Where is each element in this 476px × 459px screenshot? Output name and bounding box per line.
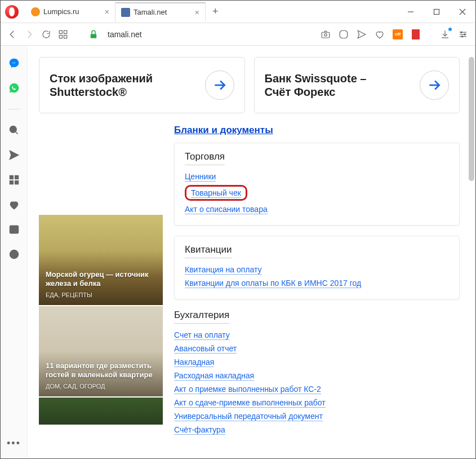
minimize-button[interactable] [398, 1, 424, 23]
panel-receipts: Квитанции Квитанция на оплату Квитанции … [174, 236, 460, 299]
svg-rect-1 [434, 9, 439, 14]
sidebar-separator [8, 109, 20, 109]
doc-link[interactable]: Счет на оплату [174, 330, 230, 340]
sidebar-more-icon[interactable]: ••• [7, 438, 21, 449]
doc-link[interactable]: Квитанции для оплаты по КБК в ИМНС 2017 … [185, 279, 361, 288]
tab-tamali[interactable]: Tamali.net × [115, 2, 206, 21]
lock-icon[interactable] [88, 29, 99, 39]
new-tab-button[interactable]: + [206, 6, 225, 17]
section-title: Бухгалтерия [174, 310, 229, 324]
svg-rect-9 [322, 32, 330, 38]
arrow-right-icon [205, 70, 234, 100]
tab-label: Tamali.net [134, 8, 167, 16]
heart-icon[interactable] [374, 29, 385, 40]
window-controls [398, 1, 475, 23]
forward-button[interactable] [24, 29, 34, 39]
ad-card-swissquote[interactable]: Банк Swissquote –Счёт Форекс [254, 57, 460, 113]
favicon-lumpics [31, 7, 40, 16]
ad-text: Сток изображенийShutterstock® [50, 72, 205, 99]
svg-point-10 [324, 33, 327, 36]
bookmarks-icon[interactable] [8, 198, 20, 211]
feed-title: Морской огурец — источник железа и белка [46, 270, 156, 289]
arrow-right-icon [420, 70, 449, 100]
svg-marker-12 [358, 30, 366, 38]
messenger-icon[interactable] [8, 57, 20, 69]
back-button[interactable] [7, 29, 17, 39]
snapshot-icon[interactable] [320, 29, 331, 40]
svg-rect-27 [10, 226, 18, 233]
extension-orange-icon[interactable]: off [392, 29, 403, 40]
section-title: Торговля [185, 151, 225, 165]
documents-column: Бланки и документы Торговля Ценники Това… [174, 125, 460, 436]
svg-rect-6 [59, 35, 62, 38]
feed-title: 11 вариантов где разместить гостей в мал… [46, 361, 156, 380]
feed-category: ДОМ, САД, ОГОРОД [46, 383, 156, 390]
ads-row: Сток изображенийShutterstock® Банк Swiss… [28, 46, 475, 113]
send-icon[interactable] [356, 29, 367, 40]
svg-rect-26 [15, 181, 18, 184]
close-tab-icon[interactable]: × [105, 7, 109, 16]
svg-point-19 [461, 36, 462, 37]
svg-line-21 [15, 132, 17, 134]
doc-link[interactable]: Расходная накладная [174, 371, 254, 381]
scrollbar-thumb[interactable] [469, 57, 474, 181]
whatsapp-icon[interactable] [8, 82, 20, 94]
svg-rect-4 [59, 30, 62, 33]
close-window-button[interactable] [450, 1, 475, 23]
documents-header-link[interactable]: Бланки и документы [174, 125, 273, 136]
opera-menu-icon[interactable] [5, 5, 19, 19]
doc-link[interactable]: Накладная [174, 358, 214, 367]
svg-marker-22 [10, 151, 18, 160]
ad-card-shutterstock[interactable]: Сток изображенийShutterstock® [39, 57, 245, 113]
feed-category: ЕДА, РЕЦЕПТЫ [46, 292, 156, 298]
tab-label: Lumpics.ru [43, 7, 79, 16]
doc-link[interactable]: Акт о сдаче-приемке выполненных работ [174, 398, 326, 408]
ad-text: Банк Swissquote –Счёт Форекс [265, 72, 420, 99]
favicon-tamali [121, 8, 130, 17]
downloads-icon[interactable] [439, 29, 451, 40]
easy-setup-icon[interactable] [457, 29, 469, 40]
section-accounting: Бухгалтерия Счет на оплату Авансовый отч… [174, 310, 460, 436]
doc-link[interactable]: Акт о приемке выполненных работ КС-2 [174, 385, 321, 394]
speed-dial-icon[interactable] [58, 29, 68, 39]
page-content: Сток изображенийShutterstock® Банк Swiss… [28, 46, 475, 458]
search-icon[interactable] [8, 124, 20, 136]
doc-link[interactable]: Квитанция на оплату [185, 265, 262, 275]
svg-rect-5 [64, 30, 67, 33]
news-icon[interactable] [8, 223, 20, 236]
svg-rect-25 [10, 181, 13, 184]
title-bar: Lumpics.ru × Tamali.net × + [1, 1, 475, 23]
maximize-button[interactable] [424, 1, 450, 23]
section-title: Квитанции [185, 244, 232, 258]
panel-trade: Торговля Ценники Товарный чек Акт о спис… [174, 143, 460, 226]
reload-button[interactable] [41, 29, 51, 39]
close-tab-icon[interactable]: × [195, 8, 199, 17]
svg-point-17 [461, 32, 462, 33]
tab-lumpics[interactable]: Lumpics.ru × [25, 2, 115, 21]
main-row: Морской огурец — источник железа и белка… [28, 113, 475, 436]
svg-rect-24 [15, 176, 18, 179]
highlight-box: Товарный чек [185, 185, 247, 201]
svg-point-20 [10, 126, 16, 133]
speed-dial-sidebar-icon[interactable] [8, 174, 20, 186]
feed-card[interactable]: 11 вариантов где разместить гостей в мал… [39, 306, 163, 396]
left-sidebar: ••• [1, 46, 28, 458]
doc-link[interactable]: Универсальный передаточный документ [174, 412, 323, 421]
flow-icon[interactable] [8, 149, 20, 161]
svg-marker-11 [340, 30, 348, 38]
url-text[interactable]: tamali.net [108, 30, 142, 39]
doc-link[interactable]: Счёт-фактура [174, 425, 225, 435]
doc-link-highlighted[interactable]: Товарный чек [191, 188, 241, 198]
doc-link[interactable]: Авансовый отчет [174, 344, 237, 354]
svg-rect-8 [91, 34, 97, 38]
doc-link[interactable]: Акт о списании товара [185, 205, 268, 214]
feed-card[interactable]: Морской огурец — источник железа и белка… [39, 215, 163, 305]
extension-red-icon[interactable] [410, 29, 421, 40]
feed-card[interactable] [39, 398, 163, 425]
adblock-icon[interactable] [338, 29, 349, 40]
history-icon[interactable] [8, 248, 20, 261]
news-feed: Морской огурец — источник железа и белка… [39, 125, 163, 436]
svg-rect-7 [64, 35, 67, 38]
address-toolbar: tamali.net off [1, 23, 475, 46]
doc-link[interactable]: Ценники [185, 172, 216, 182]
